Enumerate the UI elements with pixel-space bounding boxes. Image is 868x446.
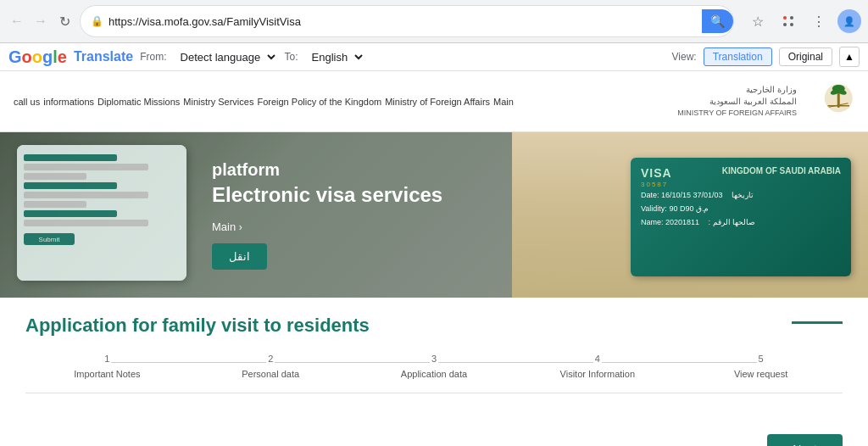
visa-validity-row: Validity: 90 D90 م.ق: [641, 202, 841, 215]
tablet-row-3: [24, 173, 86, 180]
nav-buttons: ← → ↻: [7, 11, 75, 31]
tablet-row-7: [24, 210, 117, 217]
back-button[interactable]: ←: [7, 11, 27, 31]
translation-view-button[interactable]: Translation: [704, 47, 772, 66]
tablet-row-4: [24, 182, 117, 189]
bottom-bar: Next: [0, 427, 868, 446]
nav-foreign-policy[interactable]: Foreign Policy of the Kingdom: [257, 97, 381, 107]
browser-actions: ☆ ⋮ 👤: [746, 9, 861, 33]
hero-main-link[interactable]: Main: [212, 220, 236, 233]
tablet-row-2: [24, 164, 148, 170]
step-4-label: Visitor Information: [560, 369, 635, 379]
avatar-initial: 👤: [843, 16, 855, 27]
tablet-screen: Submit: [17, 145, 186, 281]
visa-name-label: Name:: [641, 218, 664, 226]
visa-validity-value: 90 D90 م.ق: [669, 204, 709, 213]
nav-main[interactable]: Main: [493, 97, 514, 107]
hero-banner: Submit platform Electronic visa services…: [0, 132, 868, 298]
hero-tablet-mockup: Submit: [17, 145, 186, 281]
visa-details: Date: 16/10/15 37/01/03 تاريخها Validity…: [641, 188, 841, 230]
step-2: 2 Personal data: [189, 354, 353, 379]
search-button[interactable]: 🔍: [702, 9, 733, 33]
visa-number: 30587: [641, 181, 841, 188]
extensions-button[interactable]: [776, 9, 800, 33]
translate-word: Translate: [74, 49, 133, 64]
svg-point-2: [783, 23, 787, 26]
step-1: 1 Important Notes: [25, 354, 189, 379]
visa-card: VISA KINGDOM OF SAUDI ARABIA 30587 Date:…: [631, 158, 851, 276]
title-underline: [792, 321, 843, 324]
translate-bar: Google Translate From: Detect language T…: [0, 43, 868, 71]
visa-validity-label: Validity:: [641, 204, 667, 213]
page-title-row: Application for family visit to resident…: [25, 315, 843, 337]
svg-point-3: [790, 23, 793, 26]
hero-subtitle: Electronic visa services: [212, 183, 442, 207]
svg-point-0: [783, 16, 787, 20]
hero-action-button[interactable]: انقل: [212, 243, 267, 270]
svg-point-1: [790, 16, 793, 20]
extensions-icon: [782, 14, 795, 28]
step-3-label: Application data: [401, 369, 467, 379]
visa-kingdom-title: KINGDOM OF SAUDI ARABIA: [722, 166, 841, 176]
visa-label: VISA: [641, 166, 672, 180]
google-logo: Google: [8, 47, 67, 67]
nav-call-us[interactable]: call us: [14, 97, 40, 107]
visa-date-row: Date: 16/10/15 37/01/03 تاريخها: [641, 188, 841, 202]
to-language-select[interactable]: English: [305, 48, 365, 66]
nav-informations[interactable]: informations: [43, 97, 94, 107]
page-title: Application for family visit to resident…: [25, 315, 370, 337]
step-4: 4 Visitor Information: [515, 354, 679, 379]
step-5-label: View request: [734, 369, 787, 379]
step-1-number: 1: [103, 354, 111, 364]
hero-main-link-wrapper: Main ›: [212, 220, 442, 233]
nav-diplomatic[interactable]: Diplomatic Missions: [97, 97, 180, 107]
step-5: 5 View request: [679, 354, 843, 379]
address-bar[interactable]: [108, 15, 697, 28]
from-language-select[interactable]: Detect language: [174, 48, 278, 66]
visa-right-label: الرقم :: [709, 218, 731, 226]
visa-right-value: 20201811: [665, 218, 699, 226]
logo-text: وزارة الخارجية المملكة العربية السعودية …: [677, 84, 797, 119]
step-3: 3 Application data: [353, 354, 516, 379]
site-nav: call us informations Diplomatic Missions…: [0, 71, 868, 132]
lock-icon: 🔒: [91, 15, 103, 27]
profile-avatar[interactable]: 👤: [837, 9, 861, 33]
step-2-label: Personal data: [242, 369, 299, 379]
hero-content: platform Electronic visa services Main ›…: [186, 143, 468, 287]
step-1-label: Important Notes: [74, 369, 140, 379]
address-bar-container: 🔒 🔍: [80, 5, 734, 37]
view-label: View:: [672, 51, 697, 63]
visa-date-label: Date:: [641, 191, 659, 199]
nav-ministry-foreign[interactable]: Ministry of Foreign Affairs: [385, 97, 490, 107]
to-label: To:: [285, 51, 298, 63]
menu-button[interactable]: ⋮: [807, 9, 831, 33]
visa-date-value: 16/10/15 37/01/03: [661, 191, 723, 199]
tablet-row-6: [24, 201, 86, 208]
step-4-number: 4: [593, 354, 602, 364]
ministry-logo: [804, 78, 854, 125]
site-logo: وزارة الخارجية المملكة العربية السعودية …: [677, 78, 854, 125]
step-2-number: 2: [266, 354, 275, 364]
website-content: call us informations Diplomatic Missions…: [0, 71, 868, 446]
forward-button[interactable]: →: [31, 11, 51, 31]
visa-name-value: صالحها: [732, 218, 755, 226]
original-view-button[interactable]: Original: [779, 47, 832, 66]
visa-date-arabic: تاريخها: [732, 191, 754, 199]
from-label: From:: [140, 51, 166, 63]
nav-links: call us informations Diplomatic Missions…: [14, 97, 677, 107]
browser-top-bar: ← → ↻ 🔒 🔍 ☆ ⋮ 👤: [0, 0, 868, 42]
next-button[interactable]: Next: [767, 434, 843, 446]
browser-chrome: ← → ↻ 🔒 🔍 ☆ ⋮ 👤: [0, 0, 868, 43]
visa-name-row: Name: صالحها الرقم : 20201811: [641, 215, 841, 229]
tablet-row-5: [24, 192, 148, 198]
reload-button[interactable]: ↻: [54, 11, 75, 31]
tablet-row-1: [24, 154, 117, 161]
step-3-number: 3: [430, 354, 438, 364]
nav-ministry-services[interactable]: Ministry Services: [183, 97, 253, 107]
steps-row: 1 Important Notes 2 Personal data 3 Appl…: [25, 354, 843, 393]
bookmark-button[interactable]: ☆: [746, 9, 770, 33]
step-5-number: 5: [757, 354, 765, 364]
tablet-row-8: [24, 220, 148, 226]
main-content: Application for family visit to resident…: [0, 298, 868, 427]
expand-button[interactable]: ▲: [839, 47, 860, 67]
